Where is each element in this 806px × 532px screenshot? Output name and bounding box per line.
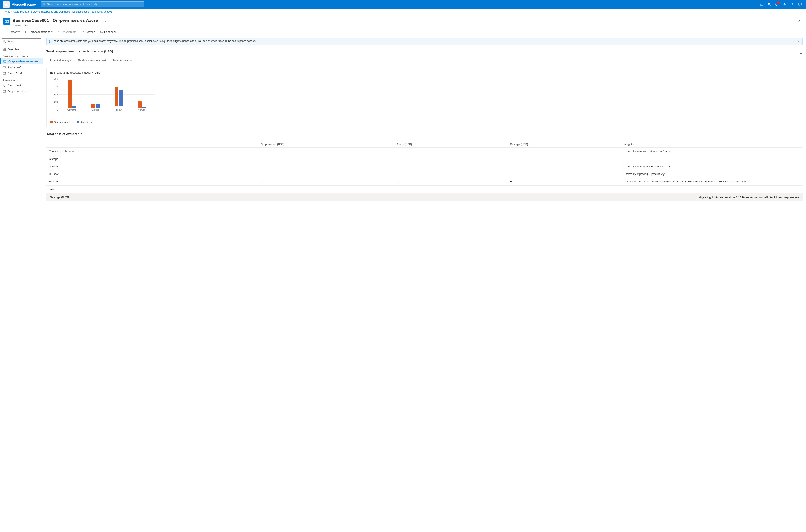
bullet-icon: •: [624, 166, 625, 168]
col-savings: Savings (USD): [508, 141, 621, 148]
sidebar-item-azure-paas[interactable]: Azure PaaS: [0, 70, 43, 76]
savings-percentage: Savings 68.2%: [50, 196, 69, 199]
assumptions-label: Assumptions: [0, 76, 43, 82]
row-on-prem-total: [258, 186, 394, 193]
page-title: BusinessCase001 | On-premises vs Azure: [13, 18, 98, 23]
main-content: ℹ These are estimated costs and your act…: [43, 36, 806, 532]
chart-container: Estimated annual cost by category (USD) …: [46, 67, 158, 127]
sidebar-search-icon: 🔍: [3, 40, 6, 43]
sidebar-item-azure-cost[interactable]: Azure cost: [0, 82, 43, 88]
chart-bars-area: Compute Storage: [60, 78, 154, 111]
breadcrumb-current[interactable]: BusinessCase001: [91, 10, 112, 13]
chart-group-compute: Compute: [68, 80, 76, 111]
insight-text-compute: saved by reserving instances for 3 years: [626, 150, 672, 153]
legend-on-premises: On-Premises Cost: [50, 121, 73, 124]
legend-azure-label: Azure Cost: [81, 121, 92, 124]
insight-text-it: saved by improving IT productivity: [626, 173, 664, 176]
breadcrumb: Home › Azure Migrate | Servers, database…: [0, 8, 806, 15]
overview-icon: [3, 48, 6, 51]
sidebar-item-on-premises-vs-azure[interactable]: On-premises vs Azure: [0, 58, 43, 64]
breadcrumb-sep-1: ›: [11, 11, 12, 13]
on-premises-icon: [3, 59, 7, 63]
svg-rect-9: [4, 48, 5, 49]
alert-close-button[interactable]: ✕: [797, 40, 800, 43]
sidebar-item-label: Azure PaaS: [8, 72, 23, 75]
close-button[interactable]: ✕: [796, 18, 803, 24]
row-on-prem-storage: [258, 155, 394, 163]
svg-point-2: [768, 3, 770, 4]
business-case-reports-label: Business case reports: [0, 52, 43, 58]
refresh-button[interactable]: Refresh: [79, 30, 97, 34]
sidebar-item-overview[interactable]: Overview: [0, 46, 43, 52]
svg-rect-5: [6, 21, 7, 22]
svg-rect-10: [3, 50, 4, 51]
tab-potential-savings[interactable]: Potential savings: [46, 57, 74, 64]
sidebar: 🔍 « Overview Business case reports On-pr…: [0, 36, 43, 532]
feedback-nav-button[interactable]: [797, 1, 803, 8]
section-collapse-button[interactable]: ▲: [800, 51, 803, 54]
chart-group-network: Network: [138, 101, 146, 111]
hamburger-menu[interactable]: ☰: [3, 1, 10, 8]
breadcrumb-home[interactable]: Home: [3, 10, 10, 13]
page-icon: [3, 18, 10, 25]
info-alert: ℹ These are estimated costs and your act…: [46, 38, 803, 45]
chart-area: 1.6M 1.2M 810k 400k 0: [50, 78, 155, 116]
sidebar-item-label: On-premises vs Azure: [8, 60, 38, 63]
search-icon: 🔍: [43, 3, 46, 6]
breadcrumb-sep-3: ›: [90, 11, 91, 13]
recalculate-button[interactable]: Recalculate: [56, 30, 78, 34]
feedback-label: Feedback: [104, 30, 116, 34]
export-button[interactable]: Export ▾: [3, 30, 22, 34]
global-search-input[interactable]: [47, 3, 142, 6]
tab-total-azure[interactable]: Total Azure cost: [109, 57, 136, 64]
y-label-0: 1.6M: [50, 78, 58, 80]
svg-rect-11: [4, 50, 5, 51]
breadcrumb-migrate[interactable]: Azure Migrate | Servers, databases and w…: [13, 10, 70, 13]
info-icon: ℹ: [49, 40, 50, 43]
row-savings-it: [508, 170, 621, 178]
row-savings-storage: [508, 155, 621, 163]
feedback-button[interactable]: Feedback: [98, 30, 119, 34]
directory-button[interactable]: [766, 1, 772, 8]
tco-title: Total cost of ownership: [46, 132, 803, 138]
edit-assumptions-button[interactable]: Edit Assumptions ▾: [23, 30, 55, 34]
storage-on-prem-bar: [91, 103, 95, 108]
bullet-icon: •: [624, 151, 625, 153]
network-on-prem-bar: [138, 101, 142, 108]
export-chevron: ▾: [18, 30, 20, 34]
y-label-1: 1.2M: [50, 86, 58, 88]
storage-azure-bar: [96, 104, 99, 108]
chart-group-it-labour: ITlabour: [115, 87, 123, 111]
page-more-button[interactable]: ...: [101, 18, 107, 23]
bullet-icon: •: [624, 173, 625, 175]
sidebar-collapse-button[interactable]: «: [40, 40, 43, 43]
row-label-facilities: Facilities: [46, 178, 258, 186]
refresh-label: Refresh: [85, 30, 95, 34]
row-insight-storage: [621, 155, 803, 163]
notification-button[interactable]: 1: [773, 1, 780, 8]
row-azure-compute: [394, 148, 508, 155]
sidebar-item-on-premises-cost[interactable]: On-premises cost: [0, 88, 43, 94]
row-on-prem-facilities: 0: [258, 178, 394, 186]
tab-total-on-premises[interactable]: Total on-premises cost: [74, 57, 109, 64]
page-header-left: BusinessCase001 | On-premises vs Azure .…: [3, 18, 107, 26]
row-azure-storage: [394, 155, 508, 163]
breadcrumb-business-case[interactable]: Business case: [73, 10, 89, 13]
cloud-shell-button[interactable]: [758, 1, 765, 8]
help-button[interactable]: ?: [789, 1, 796, 8]
sidebar-search-box[interactable]: 🔍 «: [2, 38, 41, 44]
page-header: BusinessCase001 | On-premises vs Azure .…: [0, 15, 806, 28]
sidebar-item-azure-iaas[interactable]: Azure IaaS: [0, 64, 43, 70]
toolbar: Export ▾ Edit Assumptions ▾ Recalculate …: [0, 28, 806, 36]
global-search[interactable]: 🔍: [41, 1, 144, 7]
y-label-4: 0: [50, 109, 58, 111]
sidebar-search-input[interactable]: [7, 40, 39, 43]
section-title: Total on-premises cost vs Azure cost (US…: [46, 50, 113, 53]
row-on-prem-network: [258, 163, 394, 170]
top-navigation: ☰ Microsoft Azure 🔍 1 ⚙ ?: [0, 0, 806, 8]
settings-button[interactable]: ⚙: [781, 1, 788, 8]
chart-title: Estimated annual cost by category (USD): [50, 71, 155, 74]
row-azure-facilities: 0: [394, 178, 508, 186]
overview-label: Overview: [8, 48, 19, 51]
svg-rect-14: [3, 66, 5, 68]
